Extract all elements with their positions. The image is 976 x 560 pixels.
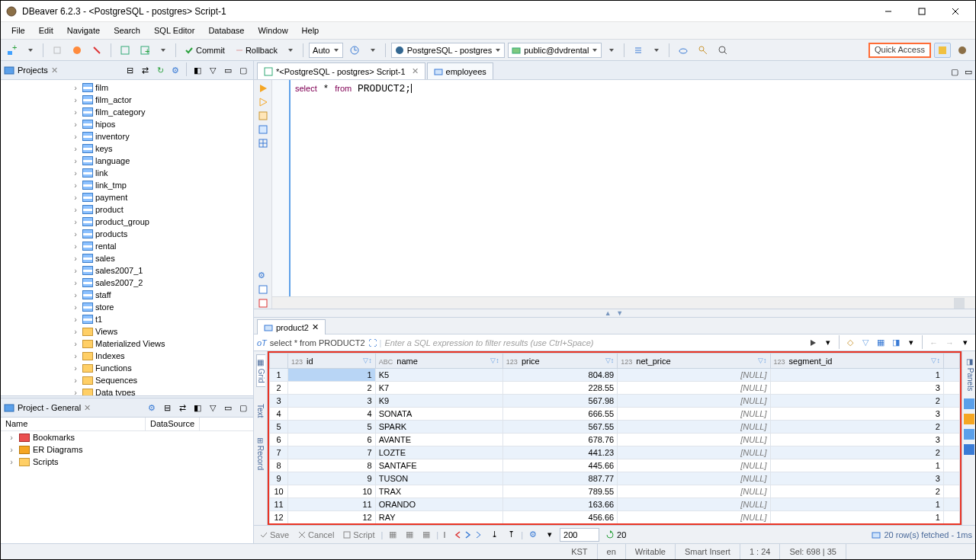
cell-segment[interactable]: 1 — [770, 369, 943, 382]
collapse2-icon[interactable]: ⊟ — [160, 400, 174, 415]
expand-icon[interactable]: › — [71, 363, 80, 373]
expand-icon[interactable]: › — [71, 254, 80, 263]
cell-id[interactable]: 3 — [288, 395, 376, 408]
cell-netprice[interactable]: [NULL] — [618, 369, 770, 382]
cell-price[interactable]: 789.55 — [502, 485, 617, 498]
cell-name[interactable]: TUSON — [375, 472, 502, 485]
connect-icon[interactable] — [49, 43, 66, 58]
expand-icon[interactable]: › — [71, 156, 80, 165]
table-row[interactable]: 1212RAY456.66[NULL]1 — [270, 511, 960, 524]
col-header-segment_id[interactable]: 123 segment_id ▽↕ — [770, 354, 943, 369]
cell-price[interactable]: 678.76 — [502, 434, 617, 446]
project-close-icon[interactable]: ✕ — [84, 403, 91, 413]
table-row[interactable]: 22K7228.55[NULL]3 — [270, 382, 960, 395]
vtab-record[interactable]: ⊞ Record — [256, 434, 265, 473]
cell-netprice[interactable]: [NULL] — [618, 446, 770, 459]
cell-id[interactable]: 5 — [288, 421, 376, 434]
view-menu-icon[interactable]: ▽ — [206, 62, 220, 78]
tab-script1[interactable]: *<PostgreSQL - postgres> Script-1✕ — [257, 62, 425, 79]
table-row[interactable]: 88SANTAFE445.66[NULL]1 — [270, 459, 960, 472]
tree-node-keys[interactable]: ›keys — [1, 142, 253, 155]
expand-icon[interactable]: › — [71, 327, 80, 336]
expand-icon[interactable]: › — [71, 95, 80, 104]
cell-price[interactable]: 228.55 — [502, 382, 617, 395]
maximize-button[interactable] — [907, 3, 937, 20]
link-icon[interactable]: ⇄ — [138, 62, 152, 78]
cell-id[interactable]: 9 — [288, 472, 376, 485]
cell-price[interactable]: 445.66 — [502, 459, 617, 472]
expand-icon[interactable]: › — [71, 278, 80, 287]
sql-dropdown-icon[interactable] — [156, 43, 170, 58]
next-page-icon[interactable] — [464, 530, 472, 539]
cell-segment[interactable]: 3 — [770, 434, 943, 446]
import-rows-icon[interactable]: ⤒ — [504, 527, 518, 542]
tree-node-functions[interactable]: ›Functions — [1, 362, 253, 374]
table-row[interactable]: 55SPARK567.55[NULL]2 — [270, 421, 960, 434]
cell-name[interactable]: SONATA — [375, 408, 502, 421]
nav-dropdown-icon[interactable]: ▾ — [958, 335, 972, 350]
expand-icon[interactable]: › — [71, 339, 80, 348]
txn-dropdown2-icon[interactable] — [366, 43, 380, 58]
row-header[interactable]: 10 — [270, 485, 288, 498]
load-sql-icon[interactable] — [258, 298, 268, 309]
table-row[interactable]: 1313MORNING982.55[NULL]3 — [270, 524, 960, 526]
cell-price[interactable]: 456.66 — [502, 511, 617, 524]
panels-label[interactable]: ◨ Panels — [964, 354, 974, 394]
cell-netprice[interactable]: [NULL] — [618, 395, 770, 408]
clear-filter-icon[interactable]: ◇ — [843, 335, 857, 350]
tree-node-t1[interactable]: ›t1 — [1, 313, 253, 325]
autocommit-combo[interactable]: Auto — [309, 43, 343, 58]
expand-icon[interactable]: › — [7, 433, 16, 442]
panel-btn1-icon[interactable] — [964, 398, 974, 409]
cell-netprice[interactable]: [NULL] — [618, 498, 770, 511]
explain-icon[interactable] — [258, 124, 268, 135]
tree-node-sales2007_1[interactable]: ›sales2007_1 — [1, 264, 253, 277]
run-script-icon[interactable] — [258, 97, 268, 107]
expand-icon[interactable]: › — [71, 83, 80, 92]
max2-icon[interactable]: ▢ — [236, 400, 250, 415]
sql-editor-new-icon[interactable]: + — [136, 43, 153, 58]
cell-segment[interactable]: 2 — [770, 446, 943, 459]
menu-database[interactable]: Database — [202, 24, 250, 37]
tree-node-inventory[interactable]: ›inventory — [1, 130, 253, 142]
export-rows-icon[interactable]: ⤓ — [487, 527, 501, 542]
run-new-tab-icon[interactable] — [258, 110, 268, 121]
minimize-button[interactable] — [873, 3, 904, 20]
filter-history-icon[interactable]: ▾ — [821, 335, 835, 350]
cell-id[interactable]: 1 — [288, 369, 376, 382]
settings-icon[interactable]: ⚙ — [258, 270, 268, 281]
tree-node-link_tmp[interactable]: ›link_tmp — [1, 179, 253, 191]
row-header[interactable]: 3 — [270, 395, 288, 408]
cell-price[interactable]: 887.77 — [502, 472, 617, 485]
cell-netprice[interactable]: [NULL] — [618, 524, 770, 526]
expand-icon[interactable]: › — [71, 144, 80, 153]
cell-price[interactable]: 567.98 — [502, 395, 617, 408]
cell-segment[interactable]: 2 — [770, 421, 943, 434]
cell-segment[interactable]: 3 — [770, 472, 943, 485]
expand-icon[interactable]: › — [71, 205, 80, 214]
menu-help[interactable]: Help — [296, 24, 326, 37]
cell-segment[interactable]: 3 — [770, 382, 943, 395]
export-icon[interactable]: ▦ — [874, 335, 888, 350]
project-item-scripts[interactable]: ›Scripts — [1, 456, 253, 468]
run-icon[interactable] — [258, 83, 268, 94]
editor-result-splitter[interactable]: ▲ ▼ — [254, 309, 975, 318]
sql-editor[interactable]: select * from PRODUCT2; — [272, 80, 975, 296]
cell-netprice[interactable]: [NULL] — [618, 472, 770, 485]
cell-price[interactable]: 982.55 — [502, 524, 617, 526]
txn-log-icon[interactable] — [346, 43, 363, 58]
col-header-net_price[interactable]: 123 net_price ▽↕ — [618, 354, 770, 369]
apply-filter-icon[interactable] — [806, 335, 820, 350]
cell-name[interactable]: K9 — [375, 395, 502, 408]
expand-icon[interactable]: › — [71, 168, 80, 178]
txn-dropdown-icon[interactable] — [284, 43, 297, 58]
cell-id[interactable]: 13 — [288, 524, 376, 526]
prev-page-icon[interactable] — [454, 530, 461, 539]
tree-node-hipos[interactable]: ›hipos — [1, 118, 253, 130]
first-page-icon[interactable] — [441, 530, 451, 539]
cell-price[interactable]: 804.89 — [502, 369, 617, 382]
tree-node-product[interactable]: ›product — [1, 203, 253, 216]
cell-id[interactable]: 2 — [288, 382, 376, 395]
cell-name[interactable]: K7 — [375, 382, 502, 395]
table-row[interactable]: 66AVANTE678.76[NULL]3 — [270, 434, 960, 446]
